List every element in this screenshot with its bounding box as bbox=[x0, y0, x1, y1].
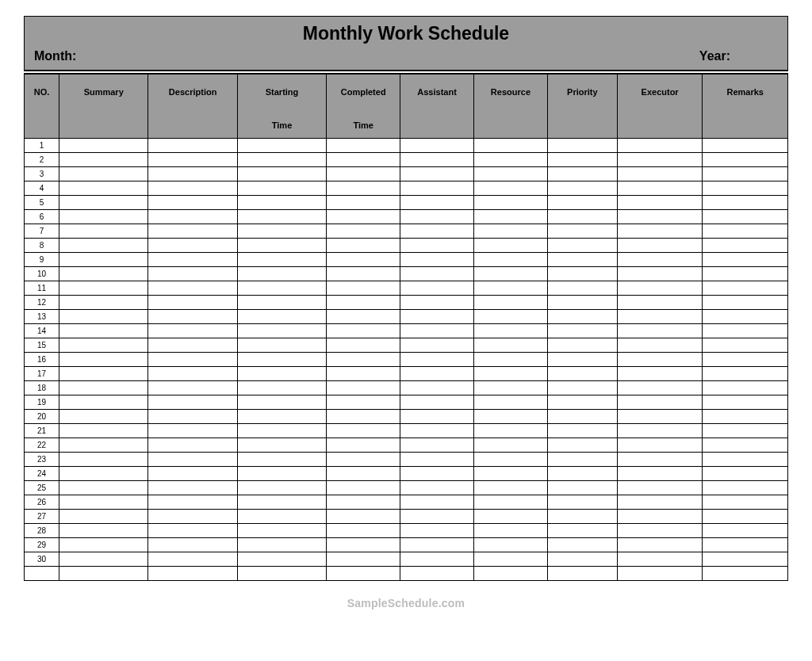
cell bbox=[148, 453, 237, 467]
cell bbox=[617, 310, 703, 324]
cell bbox=[148, 552, 237, 567]
table-row: 15 bbox=[25, 338, 788, 353]
cell bbox=[617, 224, 703, 239]
col-header-priority: Priority bbox=[547, 75, 617, 139]
cell bbox=[237, 167, 326, 181]
cell bbox=[703, 538, 788, 552]
cell bbox=[474, 153, 548, 167]
cell bbox=[547, 453, 617, 467]
cell bbox=[617, 353, 703, 367]
row-number: 27 bbox=[25, 510, 59, 524]
cell bbox=[703, 267, 788, 281]
cell bbox=[148, 395, 237, 410]
cell bbox=[327, 239, 400, 253]
cell bbox=[327, 395, 400, 410]
cell bbox=[148, 153, 237, 167]
row-number: 28 bbox=[25, 524, 59, 538]
table-row: 12 bbox=[25, 296, 788, 310]
cell bbox=[59, 139, 147, 153]
cell bbox=[237, 267, 326, 281]
cell bbox=[148, 367, 237, 381]
cell bbox=[617, 210, 703, 224]
cell bbox=[703, 567, 788, 581]
cell bbox=[474, 224, 548, 239]
cell bbox=[148, 139, 237, 153]
cell bbox=[617, 153, 703, 167]
cell bbox=[237, 338, 326, 353]
cell bbox=[474, 338, 548, 353]
cell bbox=[474, 481, 548, 495]
cell bbox=[400, 510, 474, 524]
cell bbox=[474, 438, 548, 453]
row-number: 16 bbox=[25, 353, 59, 367]
cell bbox=[59, 353, 147, 367]
cell bbox=[327, 167, 400, 181]
cell bbox=[400, 381, 474, 395]
cell bbox=[237, 524, 326, 538]
schedule-table: NO. Summary Description Starting Time Co… bbox=[24, 74, 788, 581]
cell bbox=[148, 324, 237, 338]
cell bbox=[547, 153, 617, 167]
table-row: 25 bbox=[25, 481, 788, 495]
cell bbox=[547, 210, 617, 224]
cell bbox=[400, 224, 474, 239]
cell bbox=[400, 395, 474, 410]
cell bbox=[703, 467, 788, 481]
cell bbox=[237, 196, 326, 210]
table-row: 29 bbox=[25, 538, 788, 552]
table-row: 26 bbox=[25, 495, 788, 510]
cell bbox=[400, 281, 474, 296]
row-number: 21 bbox=[25, 424, 59, 438]
col-header-remarks: Remarks bbox=[703, 75, 788, 139]
cell bbox=[59, 395, 147, 410]
cell bbox=[327, 510, 400, 524]
cell bbox=[327, 438, 400, 453]
cell bbox=[148, 167, 237, 181]
cell bbox=[59, 210, 147, 224]
cell bbox=[617, 239, 703, 253]
cell bbox=[59, 167, 147, 181]
col-header-sub: Time bbox=[330, 114, 396, 138]
cell bbox=[617, 296, 703, 310]
cell bbox=[148, 310, 237, 324]
cell bbox=[617, 381, 703, 395]
row-number: 1 bbox=[25, 139, 59, 153]
cell bbox=[237, 438, 326, 453]
cell bbox=[547, 267, 617, 281]
cell bbox=[547, 467, 617, 481]
cell bbox=[327, 253, 400, 267]
cell bbox=[547, 139, 617, 153]
cell bbox=[327, 210, 400, 224]
cell bbox=[327, 353, 400, 367]
cell bbox=[327, 181, 400, 196]
cell bbox=[474, 267, 548, 281]
cell bbox=[327, 467, 400, 481]
col-header-executor: Executor bbox=[617, 75, 703, 139]
table-row: 28 bbox=[25, 524, 788, 538]
row-number: 6 bbox=[25, 210, 59, 224]
cell bbox=[59, 267, 147, 281]
year-label: Year: bbox=[699, 49, 778, 63]
cell bbox=[59, 324, 147, 338]
cell bbox=[474, 167, 548, 181]
cell bbox=[400, 310, 474, 324]
cell bbox=[400, 338, 474, 353]
cell bbox=[547, 538, 617, 552]
cell bbox=[237, 239, 326, 253]
cell bbox=[148, 510, 237, 524]
table-row: 20 bbox=[25, 410, 788, 424]
row-number: 4 bbox=[25, 181, 59, 196]
cell bbox=[59, 495, 147, 510]
cell bbox=[327, 296, 400, 310]
cell bbox=[617, 524, 703, 538]
cell bbox=[547, 167, 617, 181]
cell bbox=[400, 567, 474, 581]
cell bbox=[547, 567, 617, 581]
table-header: NO. Summary Description Starting Time Co… bbox=[25, 75, 788, 139]
table-row: 1 bbox=[25, 139, 788, 153]
cell bbox=[703, 167, 788, 181]
cell bbox=[547, 381, 617, 395]
cell bbox=[474, 495, 548, 510]
cell bbox=[474, 510, 548, 524]
cell bbox=[148, 353, 237, 367]
